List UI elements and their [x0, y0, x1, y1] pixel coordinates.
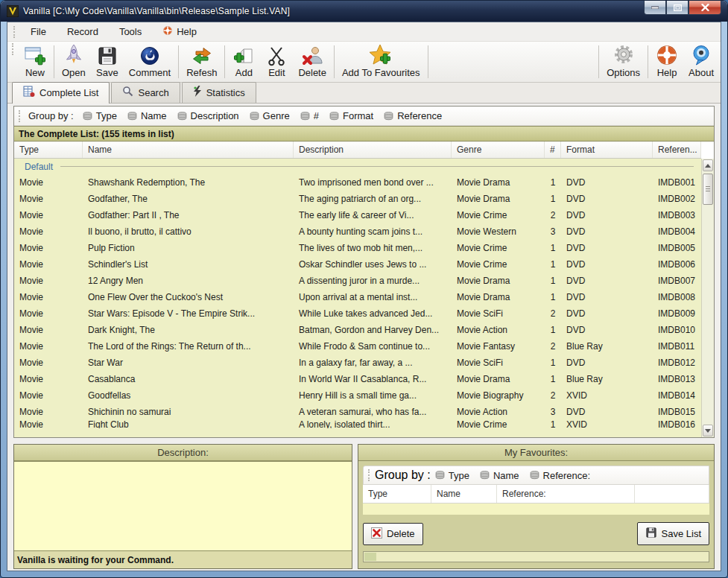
lightning-icon	[193, 86, 202, 99]
table-row[interactable]: MovieDark Knight, TheBatman, Gordon and …	[14, 322, 701, 338]
cell-num: 2	[545, 338, 561, 355]
maximize-button[interactable]	[666, 1, 689, 15]
title-bar[interactable]: Vanilla [C:\My Code\Vanilla\Vanilla\bin\…	[1, 1, 727, 22]
favourites-delete-button[interactable]: Delete	[363, 523, 423, 545]
groupby-field-name[interactable]: Name	[475, 469, 525, 483]
groupby-field-num[interactable]: #	[296, 109, 325, 123]
groupby-field-label: Reference:	[543, 470, 591, 481]
cell-reference: IMDB012	[653, 355, 701, 371]
cell-format: DVD	[561, 289, 653, 305]
cell-reference: IMDB007	[653, 273, 701, 289]
groupby-field-reference[interactable]: Reference	[379, 109, 448, 123]
edit-button[interactable]: Edit	[260, 43, 293, 80]
tab-complete-list[interactable]: Complete List	[12, 82, 110, 104]
description-panel-header: Description:	[14, 445, 352, 461]
open-icon	[64, 44, 83, 66]
column-header-type[interactable]: Type	[14, 142, 83, 158]
scroll-down-button[interactable]	[703, 425, 713, 436]
table-row[interactable]: MoviePulp FictionThe lives of two mob hi…	[14, 240, 701, 256]
groupby-field-genre[interactable]: Genre	[245, 109, 296, 123]
table-row[interactable]: MovieIl buono, il brutto, il cattivoA bo…	[14, 223, 701, 240]
db-icon	[300, 112, 310, 121]
groupby-field-label: Type	[96, 110, 117, 121]
groupby-field-type[interactable]: Type	[431, 469, 475, 483]
db-icon	[530, 471, 539, 480]
table-row[interactable]: MovieSchindler's ListOskar Schindler use…	[14, 256, 701, 273]
table-row[interactable]: MovieShichinin no samuraiA veteran samur…	[14, 404, 701, 420]
menu-record[interactable]: Record	[57, 24, 109, 39]
tab-search[interactable]: Search	[111, 82, 180, 103]
add-button[interactable]: Add	[227, 43, 260, 80]
table-row[interactable]: MovieThe Lord of the Rings: The Return o…	[14, 338, 701, 355]
about-button[interactable]: About	[683, 43, 719, 80]
tab-statistics[interactable]: Statistics	[182, 82, 256, 103]
groupby-field-name[interactable]: Name	[123, 109, 173, 123]
table-row[interactable]: MovieOne Flew Over the Cuckoo's NestUpon…	[14, 289, 701, 305]
comment-button[interactable]: Comment	[124, 43, 176, 80]
help-button[interactable]: Help	[651, 43, 683, 80]
table-row[interactable]: MovieStar WarIn a galaxy far, far away, …	[14, 355, 701, 371]
new-button[interactable]: New	[19, 43, 51, 80]
minimize-button[interactable]	[644, 1, 666, 15]
open-button-label: Open	[62, 67, 86, 78]
refresh-button[interactable]: Refesh	[181, 43, 222, 80]
options-button[interactable]: Options	[601, 43, 645, 80]
table-row[interactable]: MovieStar Wars: Episode V - The Empire S…	[14, 305, 701, 322]
cell-name: Goodfellas	[83, 387, 294, 404]
favourites-column-header-type[interactable]: Type	[363, 485, 431, 503]
comment-icon	[139, 45, 160, 66]
save-button[interactable]: Save	[91, 43, 124, 80]
save-list-button[interactable]: Save List	[637, 522, 709, 545]
table-row[interactable]: MovieGodfather: Part II , TheThe early l…	[14, 207, 701, 223]
table-row[interactable]: MovieCasablancaIn World War II Casablanc…	[14, 371, 701, 387]
open-button[interactable]: Open	[57, 43, 91, 80]
favourites-column-header-name[interactable]: Name	[431, 485, 497, 503]
table-row[interactable]: MovieGoodfellasHenry Hill is a small tim…	[14, 387, 701, 404]
groupby-field-type[interactable]: Type	[78, 109, 123, 123]
cell-description: A veteran samurai, who has fa...	[294, 404, 452, 420]
cell-description: Batman, Gordon and Harvey Den...	[294, 322, 452, 338]
menu-file-label: File	[31, 26, 46, 37]
cell-name: Star War	[83, 355, 294, 371]
column-header-genre[interactable]: Genre	[452, 142, 545, 158]
column-header-num[interactable]: #	[545, 142, 561, 158]
groupby-field-reference[interactable]: Reference:	[525, 469, 597, 483]
menu-tools[interactable]: Tools	[109, 24, 152, 39]
table-row[interactable]: MovieFight ClubA lonely, isolated thirt.…	[14, 420, 701, 428]
group-row-default[interactable]: Default	[14, 159, 701, 174]
groupby-field-format[interactable]: Format	[325, 109, 379, 123]
add-to-favourites-button[interactable]: Add To Favourites	[337, 43, 425, 80]
cell-reference: IMDB005	[653, 240, 701, 256]
edit-icon	[266, 45, 287, 66]
lifering-icon	[656, 44, 678, 66]
cell-genre: Movie SciFi	[452, 355, 545, 371]
cell-reference: IMDB014	[653, 387, 701, 404]
column-header-name[interactable]: Name	[83, 142, 294, 158]
delete-button[interactable]: Delete	[293, 43, 332, 80]
favourites-empty-row[interactable]	[363, 504, 709, 515]
menu-file[interactable]: File	[20, 24, 57, 39]
panel-splitter[interactable]	[352, 444, 358, 569]
description-textarea[interactable]	[14, 461, 352, 551]
table-row[interactable]: Movie12 Angry MenA dissenting juror in a…	[14, 273, 701, 289]
db-icon	[329, 112, 339, 121]
favourites-column-header-reference[interactable]: Reference:	[497, 485, 635, 503]
column-header-description[interactable]: Description	[294, 142, 452, 158]
cell-type: Movie	[14, 420, 83, 428]
column-header-format[interactable]: Format	[561, 142, 653, 158]
column-header-reference[interactable]: Referen...	[653, 142, 701, 158]
scroll-up-button[interactable]	[703, 159, 713, 171]
favourites-inner: Group by : TypeNameReference: TypeNameRe…	[358, 461, 714, 568]
db-icon	[480, 471, 490, 480]
cell-type: Movie	[14, 404, 83, 420]
menu-help[interactable]: Help	[152, 23, 207, 40]
table-row[interactable]: MovieGodfather, TheThe aging patriarch o…	[14, 191, 701, 207]
groupby-bar: Group by : TypeNameDescriptionGenre#Form…	[14, 107, 714, 126]
vertical-scrollbar[interactable]	[701, 159, 714, 437]
scrollbar-thumb[interactable]	[703, 174, 713, 205]
cell-name: Star Wars: Episode V - The Empire Strik.…	[83, 305, 294, 322]
table-row[interactable]: MovieShawshank Redemption, TheTwo impris…	[14, 174, 701, 191]
close-button[interactable]	[689, 1, 721, 15]
groupby-field-description[interactable]: Description	[173, 109, 245, 123]
save-button-label: Save	[96, 67, 118, 78]
